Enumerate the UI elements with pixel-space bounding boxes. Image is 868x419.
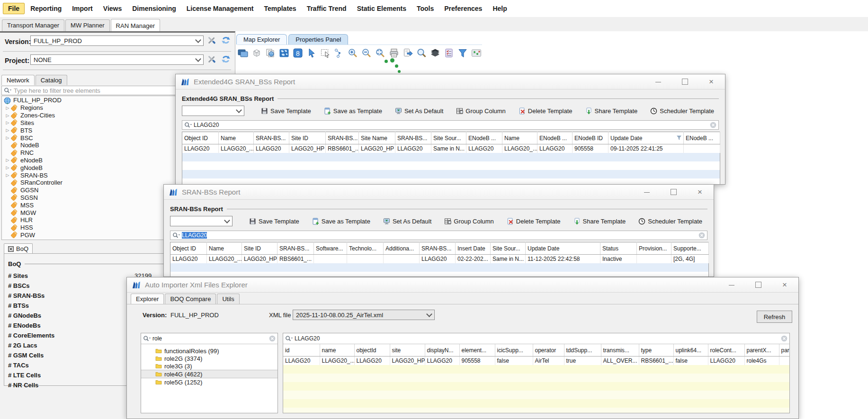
delete-template-button[interactable]: Delete Template <box>507 218 561 225</box>
clear-search-icon[interactable] <box>698 232 705 239</box>
zoom-in-icon[interactable] <box>347 47 358 59</box>
refresh-button[interactable]: Refresh <box>757 311 792 323</box>
scheduler-template-button[interactable]: Scheduler Template <box>638 218 702 225</box>
map-tab-map-explorer[interactable]: Map Explorer <box>236 34 287 45</box>
expand-arrow-icon[interactable]: ▷ <box>4 106 11 110</box>
column-header-enodeb[interactable]: ENodeB ... <box>684 132 720 144</box>
minimize-button[interactable] <box>644 192 650 193</box>
report-search-box[interactable]: LLAGG20 <box>170 231 707 240</box>
save-template-button[interactable]: Save Template <box>249 218 299 225</box>
column-header-technolo[interactable]: Technolo... <box>347 242 384 255</box>
world-map-icon[interactable] <box>278 47 290 59</box>
menu-item-import[interactable]: Import <box>67 3 98 14</box>
column-header-enodeb[interactable]: ENodeB ... <box>466 132 502 144</box>
export-page-icon[interactable] <box>402 47 413 59</box>
set-as-default-button[interactable]: Set As Default <box>395 107 443 115</box>
minimize-button[interactable] <box>729 285 734 285</box>
column-header-site-name[interactable]: Site Name <box>359 132 395 144</box>
menu-item-license-management[interactable]: License Management <box>182 3 259 14</box>
report-search-box[interactable]: LLAGG20 <box>182 120 719 130</box>
column-header-objectid[interactable]: objectId <box>354 344 390 357</box>
column-header-tddsupp[interactable]: tddSupp... <box>564 344 601 357</box>
expand-arrow-icon[interactable]: ▷ <box>4 128 11 133</box>
share-template-button[interactable]: Share Template <box>573 218 626 225</box>
column-header-uplink64[interactable]: uplink64... <box>673 344 708 357</box>
project-select[interactable]: NONE <box>30 54 204 65</box>
screens-icon[interactable] <box>237 47 249 59</box>
clear-search-icon[interactable] <box>269 335 276 342</box>
expand-arrow-icon[interactable]: ▷ <box>4 120 11 125</box>
group-column-button[interactable]: Group Column <box>456 107 506 115</box>
delete-template-button[interactable]: Delete Template <box>519 107 573 115</box>
app-tab-mw-planner[interactable]: MW Planner <box>65 19 110 31</box>
polyline-icon[interactable] <box>333 47 345 59</box>
google-8-icon[interactable]: 8 <box>292 47 304 59</box>
cursor-icon[interactable] <box>306 47 317 59</box>
column-header-sran-bs[interactable]: SRAN-BS... <box>326 132 359 144</box>
maximize-button[interactable] <box>671 189 677 195</box>
roles-search-box[interactable]: role <box>141 333 277 344</box>
column-header-object-id[interactable]: Object ID <box>182 132 219 144</box>
menu-item-help[interactable]: Help <box>488 3 511 14</box>
app-tab-ran-manager[interactable]: RAN Manager <box>111 19 160 32</box>
column-header-parentx[interactable]: parentX... <box>744 344 779 357</box>
set-as-default-button[interactable]: Set As Default <box>383 218 431 225</box>
menu-item-dimensioning[interactable]: Dimensioning <box>127 3 181 14</box>
folder-item-functionalroles-99[interactable]: functionalRoles (99) <box>141 347 277 355</box>
tree-tab-network[interactable]: Network <box>1 75 35 85</box>
column-header-object-id[interactable]: Object ID <box>170 242 207 255</box>
print-icon[interactable] <box>388 47 400 59</box>
column-header-enodeb-id[interactable]: ENodeB ID <box>573 132 608 144</box>
save-as-template-button[interactable]: Save as Template <box>312 218 370 225</box>
column-header-name[interactable]: name <box>320 344 354 357</box>
zoom-out-icon[interactable] <box>361 47 372 59</box>
table-row[interactable]: LLAGG20LLAGG20_...LLAGG20LAGG20_HPRBS660… <box>182 144 720 153</box>
menu-item-reporting[interactable]: Reporting <box>26 3 66 14</box>
column-header-software[interactable]: Software... <box>314 242 347 255</box>
column-header-name[interactable]: Name <box>207 242 242 255</box>
group-column-button[interactable]: Group Column <box>444 218 494 225</box>
boq-tab[interactable]: BoQ <box>4 243 33 254</box>
map-markers-icon[interactable] <box>471 47 482 59</box>
column-header-operator[interactable]: operator <box>533 344 564 357</box>
folder-item-role3g-3[interactable]: role3G (3) <box>141 362 277 370</box>
app-tab-transport-manager[interactable]: Transport Manager <box>2 19 64 31</box>
column-header-update-date[interactable]: Update Date <box>608 132 684 144</box>
column-header-status[interactable]: Status <box>600 242 637 255</box>
column-header-sran-bs[interactable]: SRAN-BS... <box>420 242 456 255</box>
column-header-rolecont[interactable]: roleCont... <box>708 344 744 357</box>
boq-close-icon[interactable] <box>8 246 14 252</box>
importer-tab-boq-compare[interactable]: BOQ Compare <box>165 294 216 304</box>
column-header-insert-date[interactable]: Insert Date <box>456 242 491 255</box>
table-row[interactable]: LLAGG20LLAGG20_...LLAGG20LAGG20_HPLLAGG2… <box>283 357 789 366</box>
column-header-par[interactable]: par <box>779 344 789 357</box>
column-header-element[interactable]: element... <box>459 344 495 357</box>
menu-item-preferences[interactable]: Preferences <box>439 3 487 14</box>
column-header-sran-bs[interactable]: SRAN-BS... <box>395 132 431 144</box>
menu-item-file[interactable]: File <box>3 3 25 14</box>
importer-tab-utils[interactable]: Utils <box>217 294 239 304</box>
expand-arrow-icon[interactable]: ▷ <box>4 158 11 162</box>
column-header-name[interactable]: Name <box>219 132 254 144</box>
column-header-id[interactable]: id <box>283 344 320 357</box>
close-button[interactable]: × <box>782 282 787 287</box>
save-as-template-button[interactable]: Save as Template <box>324 107 382 115</box>
project-tools-icon[interactable] <box>207 55 216 63</box>
column-header-displayn[interactable]: displayN... <box>425 344 459 357</box>
search-magnifier-icon[interactable] <box>416 47 427 59</box>
version-select[interactable]: FULL_HP_PROD <box>30 36 204 46</box>
version-refresh-icon[interactable] <box>222 36 230 45</box>
clear-search-icon[interactable] <box>710 122 716 128</box>
menu-item-templates[interactable]: Templates <box>259 3 301 14</box>
cube-3d-icon[interactable] <box>251 47 262 59</box>
column-header-update-date[interactable]: Update Date <box>526 242 600 255</box>
map-tab-properties-panel[interactable]: Properties Panel <box>288 34 348 45</box>
menu-item-traffic-trend[interactable]: Traffic Trend <box>302 3 351 14</box>
menu-item-static-elements[interactable]: Static Elements <box>352 3 411 14</box>
column-header-sran-bs[interactable]: SRAN-BS... <box>277 242 314 255</box>
column-header-sran-bs[interactable]: SRAN-BS... <box>254 132 289 144</box>
folder-item-role2g-3374[interactable]: role2G (3374) <box>141 355 277 362</box>
menu-item-tools[interactable]: Tools <box>412 3 438 14</box>
window-titlebar[interactable]: SRAN-BSs Report × <box>164 185 714 200</box>
expand-arrow-icon[interactable]: ▷ <box>4 113 11 118</box>
